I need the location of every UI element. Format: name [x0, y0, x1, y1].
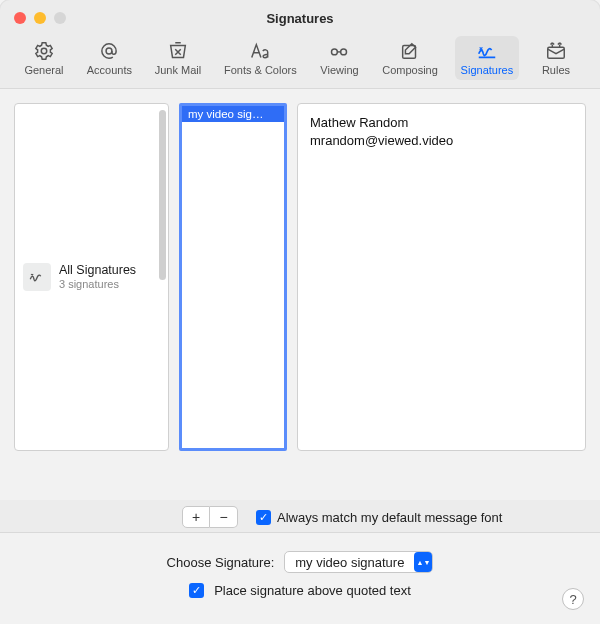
bottom-panel: Choose Signature: my video signature ▲▼ … — [0, 532, 600, 624]
tab-label: Accounts — [87, 64, 132, 76]
choose-signature-select[interactable]: my video signature ▲▼ — [284, 551, 433, 573]
preview-line: Mathew Random — [310, 114, 573, 132]
help-icon: ? — [569, 592, 576, 607]
gear-icon — [32, 40, 56, 62]
tab-label: Composing — [382, 64, 438, 76]
content-area: All Signatures 3 signatures my video sig… — [0, 89, 600, 500]
account-text: All Signatures 3 signatures — [59, 263, 136, 291]
tab-label: Rules — [542, 64, 570, 76]
signature-small-icon — [23, 263, 51, 291]
always-match-font-checkbox[interactable]: ✓ — [256, 510, 271, 525]
place-above-label: Place signature above quoted text — [214, 583, 411, 598]
junk-icon — [166, 40, 190, 62]
prefs-toolbar: General Accounts Junk Mail Fonts & Color… — [0, 36, 600, 89]
add-remove-group: + − — [182, 506, 238, 528]
signature-item-selected[interactable]: my video sig… — [182, 106, 284, 122]
tab-general[interactable]: General — [18, 36, 70, 80]
always-match-font-label: Always match my default message font — [277, 510, 502, 525]
choose-signature-row: Choose Signature: my video signature ▲▼ — [16, 551, 584, 573]
below-columns-row: + − ✓ Always match my default message fo… — [0, 500, 600, 532]
add-signature-button[interactable]: + — [182, 506, 210, 528]
preview-line: mrandom@viewed.video — [310, 132, 573, 150]
tab-fonts-colors[interactable]: Fonts & Colors — [218, 36, 303, 80]
svg-rect-5 — [548, 47, 565, 58]
signature-icon — [475, 40, 499, 62]
select-arrows-icon: ▲▼ — [414, 552, 432, 572]
choose-signature-label: Choose Signature: — [167, 555, 275, 570]
tab-signatures[interactable]: Signatures — [455, 36, 520, 80]
always-match-font-row: ✓ Always match my default message font — [256, 510, 502, 525]
fonts-icon — [248, 40, 272, 62]
close-window-button[interactable] — [14, 12, 26, 24]
preferences-window: Signatures General Accounts Junk Mail Fo… — [0, 0, 600, 624]
account-name: All Signatures — [59, 263, 136, 278]
at-sign-icon — [97, 40, 121, 62]
signatures-list[interactable]: my video sig… — [179, 103, 287, 451]
tab-junk-mail[interactable]: Junk Mail — [149, 36, 207, 80]
tab-label: Junk Mail — [155, 64, 201, 76]
place-above-row: ✓ Place signature above quoted text — [16, 583, 584, 598]
accounts-list[interactable]: All Signatures 3 signatures — [14, 103, 169, 451]
signature-preview[interactable]: Mathew Random mrandom@viewed.video — [297, 103, 586, 451]
svg-point-3 — [341, 49, 347, 55]
window-title: Signatures — [0, 11, 600, 26]
remove-signature-button[interactable]: − — [210, 506, 238, 528]
help-button[interactable]: ? — [562, 588, 584, 610]
compose-icon — [398, 40, 422, 62]
glasses-icon — [327, 40, 351, 62]
minimize-window-button[interactable] — [34, 12, 46, 24]
tab-label: General — [24, 64, 63, 76]
scrollbar[interactable] — [159, 110, 166, 280]
tab-viewing[interactable]: Viewing — [313, 36, 365, 80]
account-subtitle: 3 signatures — [59, 278, 136, 291]
select-value: my video signature — [295, 555, 404, 570]
tab-label: Signatures — [461, 64, 514, 76]
tab-label: Viewing — [320, 64, 358, 76]
place-above-checkbox[interactable]: ✓ — [189, 583, 204, 598]
window-controls — [0, 12, 66, 24]
tab-label: Fonts & Colors — [224, 64, 297, 76]
zoom-window-button[interactable] — [54, 12, 66, 24]
tab-accounts[interactable]: Accounts — [81, 36, 138, 80]
tab-composing[interactable]: Composing — [376, 36, 444, 80]
svg-point-0 — [41, 48, 47, 54]
tab-rules[interactable]: Rules — [530, 36, 582, 80]
rules-icon — [544, 40, 568, 62]
titlebar: Signatures — [0, 0, 600, 36]
svg-point-2 — [332, 49, 338, 55]
account-all-signatures[interactable]: All Signatures 3 signatures — [15, 104, 144, 450]
svg-point-1 — [106, 48, 112, 54]
